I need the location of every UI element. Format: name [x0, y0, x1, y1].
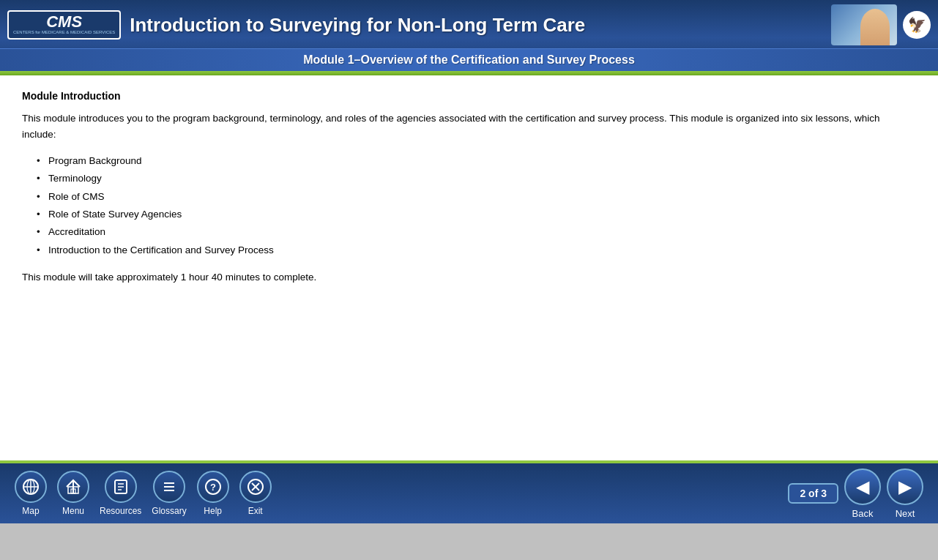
nav-help-button[interactable]: ? Help	[197, 471, 229, 516]
nav-map-icon[interactable]	[15, 471, 47, 503]
next-button[interactable]: ▶ Next	[887, 468, 923, 519]
bullet-item: Introduction to the Certification and Su…	[37, 242, 916, 259]
subtitle: Module 1–Overview of the Certification a…	[7, 53, 931, 67]
nav-glossary-label: Glossary	[152, 506, 186, 516]
cms-logo: CMS CENTERS for MEDICARE & MEDICAID SERV…	[7, 10, 121, 39]
page-counter: 2 of 3	[788, 483, 838, 504]
bullet-item: Program Background	[37, 152, 916, 170]
nav-menu-icon[interactable]	[57, 471, 89, 503]
nav-exit-button[interactable]: Exit	[239, 471, 272, 516]
nav-menu-button[interactable]: Menu	[57, 471, 89, 516]
nav-glossary-button[interactable]: Glossary	[152, 471, 186, 516]
section-title: Module Introduction	[22, 90, 916, 102]
hhs-logo: 🦅	[903, 11, 931, 39]
nav-buttons-group: Map Menu Resources Glossary ? Help Exit	[15, 471, 272, 516]
nav-exit-icon[interactable]	[239, 471, 272, 503]
bullet-list: Program BackgroundTerminologyRole of CMS…	[37, 152, 916, 259]
header: CMS CENTERS for MEDICARE & MEDICAID SERV…	[0, 0, 938, 75]
bullet-item: Terminology	[37, 170, 916, 187]
nav-glossary-icon[interactable]	[153, 471, 185, 503]
intro-paragraph: This module introduces you to the progra…	[22, 111, 916, 142]
cms-logo-subtext: CENTERS for MEDICARE & MEDICAID SERVICES	[13, 30, 115, 35]
nav-exit-label: Exit	[248, 506, 263, 516]
svg-text:?: ?	[210, 482, 216, 493]
back-circle[interactable]: ◀	[844, 468, 881, 505]
nav-help-label: Help	[204, 506, 222, 516]
back-button[interactable]: ◀ Back	[844, 468, 881, 519]
nav-help-icon[interactable]: ?	[197, 471, 229, 503]
footer-right: 2 of 3 ◀ Back ▶ Next	[788, 468, 923, 519]
hhs-eagle-icon: 🦅	[908, 16, 926, 34]
main-title: Introduction to Surveying for Non-Long T…	[130, 14, 831, 37]
bullet-item: Role of CMS	[37, 188, 916, 206]
nav-map-label: Map	[22, 506, 39, 516]
duration-text: This module will take approximately 1 ho…	[22, 269, 916, 285]
nav-map-button[interactable]: Map	[15, 471, 47, 516]
green-divider	[0, 71, 938, 75]
cms-logo-text: CMS	[46, 14, 82, 30]
nav-resources-button[interactable]: Resources	[100, 471, 141, 516]
next-circle[interactable]: ▶	[887, 468, 923, 505]
nav-resources-label: Resources	[100, 506, 141, 516]
header-image	[831, 4, 897, 45]
bullet-item: Accreditation	[37, 223, 916, 241]
nav-resources-icon[interactable]	[105, 471, 137, 503]
next-label: Next	[896, 508, 915, 519]
bullet-item: Role of State Survey Agencies	[37, 206, 916, 223]
nav-menu-label: Menu	[62, 506, 84, 516]
back-label: Back	[852, 508, 874, 519]
subtitle-bar: Module 1–Overview of the Certification a…	[0, 48, 938, 71]
content-area: Module Introduction This module introduc…	[0, 75, 938, 463]
footer-nav: Map Menu Resources Glossary ? Help Exit …	[0, 463, 938, 523]
